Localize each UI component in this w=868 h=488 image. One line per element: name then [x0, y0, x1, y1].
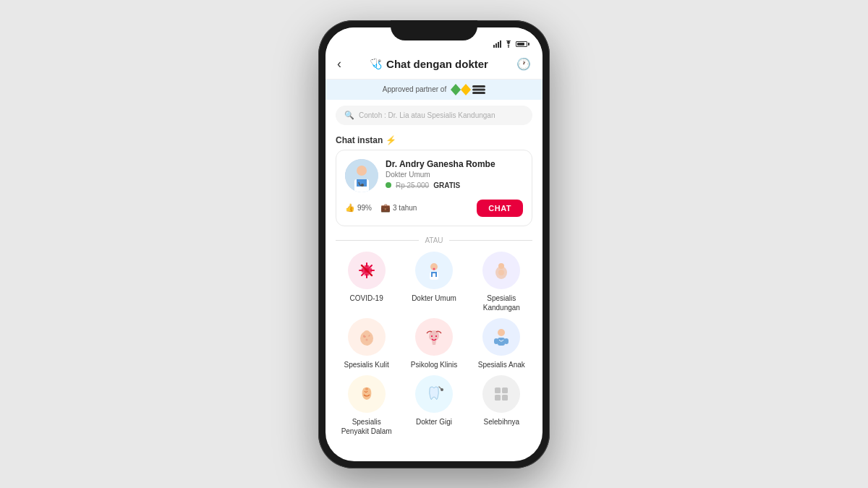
- divider-line-left: [336, 240, 419, 241]
- wifi-icon: [504, 40, 513, 48]
- category-dokter-umum[interactable]: Dokter Umum: [403, 252, 464, 312]
- svg-point-37: [431, 335, 433, 337]
- lightning-icon: ⚡: [386, 135, 396, 145]
- svg-point-10: [361, 184, 364, 187]
- svg-point-28: [433, 267, 435, 270]
- chat-instan-label: Chat instan ⚡: [326, 131, 542, 150]
- covid19-label: COVID-19: [350, 294, 383, 303]
- svg-point-7: [357, 166, 367, 176]
- price-free: GRATIS: [433, 181, 460, 189]
- phone-notch: [391, 20, 477, 40]
- atau-text: ATAU: [425, 236, 443, 244]
- psikolog-label: Psikolog Klinis: [411, 360, 457, 369]
- doctor-stats: 👍 99% 💼 3 tahun: [345, 203, 417, 213]
- category-covid19[interactable]: COVID-19: [336, 252, 397, 312]
- doctor-info: Dr. Andry Ganesha Rombe Dokter Umum Rp 2…: [386, 159, 523, 192]
- svg-marker-2: [461, 84, 471, 95]
- doctor-name: Dr. Andry Ganesha Rombe: [386, 159, 523, 169]
- svg-point-43: [365, 388, 368, 390]
- penyakit-icon-wrap: [348, 375, 386, 413]
- search-bar: 🔍 Contoh : Dr. Lia atau Spesialis Kandun…: [326, 100, 542, 131]
- categories-grid: COVID-19 Dokter Umum: [326, 249, 542, 443]
- kulit-icon-wrap: [348, 318, 386, 356]
- status-icons: [493, 40, 529, 48]
- svg-point-35: [365, 338, 367, 341]
- doctor-avatar: [345, 159, 378, 192]
- doctor-bottom: 👍 99% 💼 3 tahun CHAT: [345, 200, 523, 217]
- doctor-card: Dr. Andry Ganesha Rombe Dokter Umum Rp 2…: [336, 150, 532, 226]
- category-spesialis-kulit[interactable]: Spesialis Kulit: [336, 318, 397, 369]
- selebihnya-icon-wrap: [482, 375, 520, 413]
- doctor-specialty: Dokter Umum: [386, 171, 523, 179]
- category-spesialis-anak[interactable]: Spesialis Anak: [471, 318, 532, 369]
- price-original: Rp 25.000: [396, 181, 429, 189]
- phone-frame: ‹ 🩺 Chat dengan dokter 🕐 Approved partne…: [318, 20, 550, 468]
- svg-rect-5: [472, 92, 485, 94]
- chat-instan-text: Chat instan: [336, 135, 383, 145]
- back-button[interactable]: ‹: [337, 56, 341, 72]
- divider-line-right: [449, 240, 532, 241]
- search-input-wrap[interactable]: 🔍 Contoh : Dr. Lia atau Spesialis Kandun…: [336, 106, 532, 125]
- svg-point-0: [508, 46, 509, 48]
- kandungan-label: SpesialisKandungan: [483, 294, 520, 312]
- rating-stat: 👍 99%: [345, 203, 372, 213]
- svg-rect-49: [502, 395, 508, 401]
- category-selebihnya[interactable]: Selebihnya: [471, 375, 532, 436]
- covid19-icon-wrap: [348, 252, 386, 289]
- svg-point-31: [498, 263, 504, 269]
- svg-marker-1: [451, 84, 461, 95]
- rating-value: 99%: [357, 204, 372, 212]
- header-title: 🩺 Chat dengan dokter: [370, 58, 488, 70]
- partner-logo: [451, 84, 485, 95]
- gigi-label: Dokter Gigi: [416, 417, 452, 427]
- selebihnya-label: Selebihnya: [484, 417, 519, 427]
- svg-point-36: [364, 330, 370, 336]
- svg-rect-41: [494, 338, 498, 344]
- svg-rect-48: [495, 395, 501, 401]
- svg-point-39: [498, 329, 505, 336]
- header: ‹ 🩺 Chat dengan dokter 🕐: [326, 51, 542, 80]
- stethoscope-icon: 🩺: [370, 58, 382, 69]
- category-spesialis-kandungan[interactable]: SpesialisKandungan: [471, 252, 532, 312]
- category-penyakit-dalam[interactable]: SpesialisPenyakit Dalam: [336, 375, 397, 436]
- svg-rect-27: [433, 273, 435, 278]
- search-icon: 🔍: [344, 111, 354, 120]
- svg-point-30: [498, 270, 504, 275]
- partner-text: Approved partner of: [383, 85, 446, 93]
- svg-rect-4: [472, 88, 485, 90]
- svg-rect-47: [502, 388, 508, 393]
- page-title: Chat dengan dokter: [386, 58, 488, 70]
- briefcase-icon: 💼: [380, 203, 391, 213]
- anak-label: Spesialis Anak: [478, 360, 525, 369]
- online-indicator: [386, 182, 391, 188]
- main-content: Chat instan ⚡: [326, 131, 542, 461]
- search-placeholder: Contoh : Dr. Lia atau Spesialis Kandunga…: [359, 111, 495, 119]
- doctor-price-row: Rp 25.000 GRATIS: [386, 181, 523, 189]
- category-psikolog-klinis[interactable]: Psikolog Klinis: [403, 318, 464, 369]
- gigi-icon-wrap: [415, 375, 453, 413]
- psikolog-icon-wrap: [415, 318, 453, 356]
- phone-screen: ‹ 🩺 Chat dengan dokter 🕐 Approved partne…: [326, 27, 542, 461]
- svg-rect-46: [495, 388, 501, 393]
- category-dokter-gigi[interactable]: Dokter Gigi: [403, 375, 464, 436]
- thumbsup-icon: 👍: [345, 203, 355, 213]
- svg-rect-3: [472, 85, 485, 87]
- partner-banner: Approved partner of: [326, 80, 542, 100]
- history-button[interactable]: 🕐: [516, 57, 531, 71]
- kandungan-icon-wrap: [482, 252, 520, 289]
- dokter-umum-icon-wrap: [415, 252, 453, 289]
- doctor-top: Dr. Andry Ganesha Rombe Dokter Umum Rp 2…: [345, 159, 523, 192]
- svg-point-45: [441, 388, 443, 391]
- svg-rect-42: [504, 338, 509, 344]
- experience-value: 3 tahun: [393, 204, 417, 212]
- experience-stat: 💼 3 tahun: [380, 203, 417, 213]
- atau-divider: ATAU: [326, 232, 542, 249]
- penyakit-label: SpesialisPenyakit Dalam: [341, 417, 392, 436]
- anak-icon-wrap: [482, 318, 520, 356]
- kulit-label: Spesialis Kulit: [344, 360, 389, 369]
- dokter-umum-label: Dokter Umum: [412, 294, 456, 303]
- svg-point-38: [435, 335, 437, 337]
- chat-button[interactable]: CHAT: [477, 200, 523, 217]
- signal-icon: [493, 40, 501, 48]
- battery-icon: [516, 41, 529, 47]
